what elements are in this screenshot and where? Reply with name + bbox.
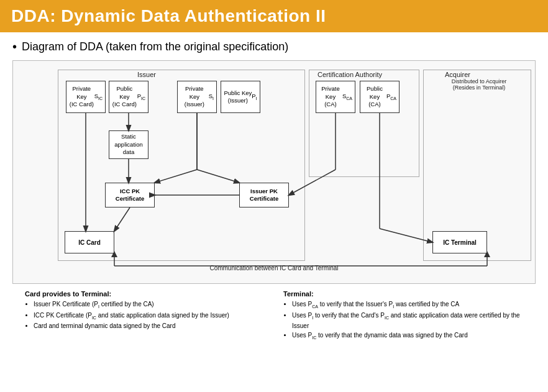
footer-left-title: Card provides to Terminal: [25, 290, 265, 298]
footer-right: Terminal: Uses PCA to verify that the Is… [283, 290, 523, 342]
subtitle: Diagram of DDA (taken from the original … [12, 40, 536, 54]
footer-right-list: Uses PCA to verify that the Issuer's PI … [283, 299, 523, 342]
main-content: Diagram of DDA (taken from the original … [0, 32, 548, 347]
icc-pk-cert-box: ICC PKCertificate [105, 183, 155, 207]
footer-right-item-3: Uses PIC to verify that the dynamic data… [292, 330, 523, 342]
footer-left-list: Issuer PK Certificate (PI certified by t… [25, 299, 265, 330]
footer: Card provides to Terminal: Issuer PK Cer… [12, 290, 536, 342]
acquirer-label: Acquirer [445, 71, 470, 78]
footer-right-item-2: Uses PI to verify that the Card's PIC an… [292, 311, 523, 331]
priv-ca-box: Private Key(CA)SCA [316, 81, 355, 113]
pub-ic-box: Public Key(IC Card)PIC [109, 81, 148, 113]
footer-left-item-1: Issuer PK Certificate (PI certified by t… [34, 299, 265, 311]
footer-right-item-1: Uses PCA to verify that the Issuer's PI … [292, 299, 523, 311]
page-title: DDA: Dynamic Data Authentication II [11, 6, 537, 26]
issuer-label: Issuer [137, 71, 156, 78]
footer-right-title: Terminal: [283, 290, 523, 298]
diagram: Issuer Certification Authority Acquirer … [12, 60, 536, 284]
ic-card-box: IC Card [65, 231, 114, 253]
priv-i-box: Private Key(Issuer)SI [177, 81, 217, 113]
footer-left-item-2: ICC PK Certificate (PIC and static appli… [34, 311, 265, 322]
footer-left: Card provides to Terminal: Issuer PK Cer… [25, 290, 265, 342]
comm-label: Communication between IC Card and Termin… [137, 265, 411, 271]
pub-ca-box: Public Key(CA)PCA [360, 81, 400, 113]
issuer-pk-cert-box: Issuer PKCertificate [239, 183, 289, 207]
static-app-box: Staticapplicationdata [109, 130, 148, 159]
footer-left-item-3: Card and terminal dynamic data signed by… [34, 321, 265, 330]
priv-ic-box: Private Key(IC Card)SIC [66, 81, 106, 113]
acquirer-sublabel: Distributed to Acquirer(Resides in Termi… [426, 78, 532, 91]
ic-terminal-box: IC Terminal [432, 231, 487, 253]
header: DDA: Dynamic Data Authentication II [0, 0, 548, 32]
pub-i-box: Public Key(Issuer)PI [221, 81, 260, 113]
ca-label: Certification Authority [317, 71, 382, 78]
